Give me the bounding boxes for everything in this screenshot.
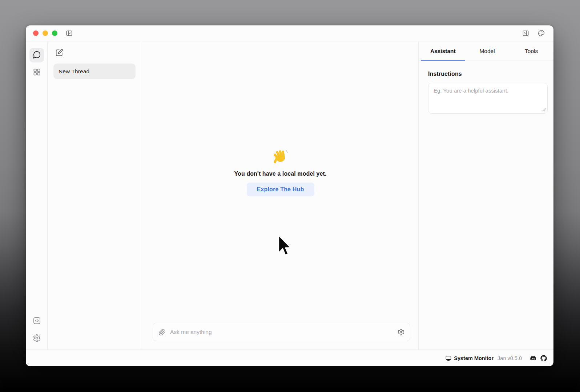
attachment-paperclip-icon[interactable]	[158, 328, 166, 336]
main-chat-area: You don't have a local model yet. Explor…	[142, 42, 419, 350]
toggle-right-panel-icon[interactable]	[522, 30, 529, 37]
maximize-window-button[interactable]	[52, 30, 57, 36]
system-monitor-label: System Monitor	[454, 355, 494, 361]
discord-icon[interactable]	[530, 355, 536, 362]
empty-state-message: You don't have a local model yet.	[234, 171, 327, 177]
grid-icon	[33, 68, 41, 78]
textarea-resize-handle-icon[interactable]	[542, 107, 546, 111]
tab-model[interactable]: Model	[465, 42, 509, 61]
assistant-settings-panel: Assistant Model Tools Instructions	[419, 42, 553, 350]
gear-icon	[33, 334, 41, 344]
empty-state: You don't have a local model yet. Explor…	[142, 148, 418, 196]
left-icon-rail	[26, 42, 48, 350]
titlebar	[26, 25, 553, 41]
instructions-textarea[interactable]	[428, 83, 548, 114]
chat-input-bar	[153, 323, 410, 341]
thread-title: New Thread	[59, 68, 89, 75]
explore-the-hub-button[interactable]: Explore The Hub	[247, 183, 314, 196]
code-square-icon	[33, 317, 41, 326]
threads-panel: New Thread	[48, 42, 142, 350]
monitor-icon	[446, 355, 451, 361]
message-input[interactable]	[170, 329, 393, 335]
new-thread-compose-icon[interactable]	[55, 49, 64, 57]
hub-apps-nav-button[interactable]	[29, 65, 44, 80]
github-icon[interactable]	[540, 355, 547, 362]
chat-bubble-icon	[33, 50, 41, 60]
close-window-button[interactable]	[33, 30, 39, 36]
desktop-background: { "colors": { "traffic_red": "#ff5f57", …	[0, 0, 580, 392]
jan-app-window: New Thread You don't have a local model …	[26, 25, 553, 366]
waving-hand-emoji	[272, 148, 289, 165]
statusbar: System Monitor Jan v0.5.0	[26, 350, 553, 366]
instructions-heading: Instructions	[428, 71, 548, 77]
tab-tools[interactable]: Tools	[509, 42, 553, 61]
chat-threads-nav-button[interactable]	[29, 48, 44, 62]
system-monitor-button[interactable]: System Monitor	[446, 355, 494, 361]
thread-list-item[interactable]: New Thread	[53, 64, 136, 79]
local-api-server-button[interactable]	[29, 315, 44, 328]
window-controls	[33, 30, 57, 36]
theme-palette-icon[interactable]	[537, 30, 545, 37]
settings-button[interactable]	[29, 332, 44, 345]
panel-tabs: Assistant Model Tools	[419, 42, 553, 61]
toggle-left-sidebar-icon[interactable]	[65, 30, 73, 37]
app-version-label: Jan v0.5.0	[498, 355, 522, 361]
input-settings-gear-icon[interactable]	[397, 328, 404, 336]
minimize-window-button[interactable]	[43, 30, 48, 36]
tab-assistant[interactable]: Assistant	[421, 42, 465, 61]
